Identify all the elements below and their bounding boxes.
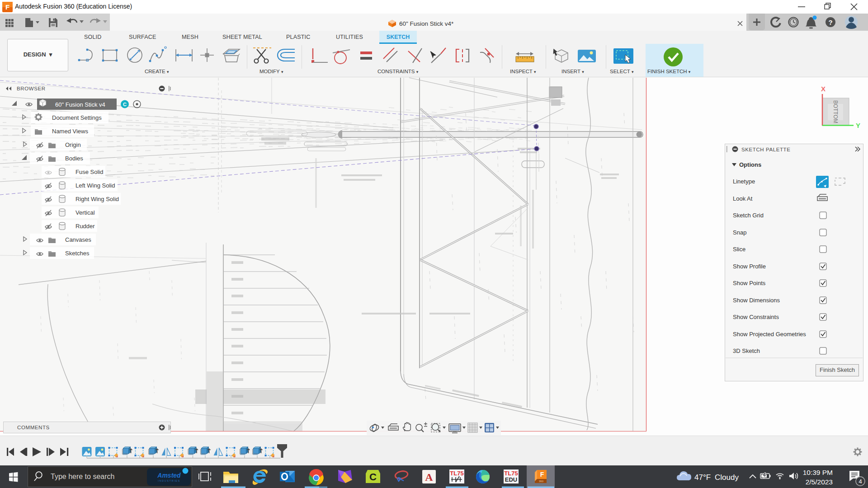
svg-text:?: ?	[828, 19, 832, 26]
svg-text:TL75: TL75	[450, 470, 463, 477]
svg-text:SKETCH PALETTE: SKETCH PALETTE	[741, 147, 791, 152]
svg-text:Sketches: Sketches	[65, 250, 90, 257]
svg-text:COMMENTS: COMMENTS	[17, 425, 50, 430]
svg-text:Options: Options	[739, 161, 761, 168]
svg-text:2/5/2023: 2/5/2023	[806, 478, 833, 486]
svg-text:Linetype: Linetype	[733, 178, 755, 185]
svg-text:3D Sketch: 3D Sketch	[733, 347, 760, 354]
svg-text:Sketch Grid: Sketch Grid	[733, 212, 764, 219]
svg-text:Show Projected Geometries: Show Projected Geometries	[733, 331, 806, 338]
svg-text:X: X	[821, 85, 826, 93]
svg-text:360: 360	[539, 480, 544, 483]
svg-text:10:39 PM: 10:39 PM	[803, 469, 833, 476]
svg-text:F: F	[540, 471, 544, 478]
svg-text:Left Wing Solid: Left Wing Solid	[75, 182, 115, 189]
svg-text:Cloudy: Cloudy	[715, 473, 739, 482]
svg-text:Canvases: Canvases	[65, 236, 91, 243]
svg-text:60" Fusion Stick v4: 60" Fusion Stick v4	[55, 101, 105, 108]
svg-text:F: F	[5, 3, 9, 11]
svg-text:Rudder: Rudder	[75, 223, 95, 230]
svg-text:Show Points: Show Points	[733, 280, 766, 286]
svg-text:Right Wing Solid: Right Wing Solid	[75, 196, 119, 202]
svg-text:4: 4	[859, 478, 862, 485]
svg-text:Show Profile: Show Profile	[733, 263, 766, 270]
svg-text:Snap: Snap	[733, 229, 746, 236]
svg-text:Vertical: Vertical	[75, 209, 95, 216]
svg-text:Fuse Solid: Fuse Solid	[75, 169, 103, 175]
svg-text:Slice: Slice	[733, 246, 745, 253]
svg-text:Named Views: Named Views	[52, 128, 88, 135]
svg-text:Amsted: Amsted	[157, 472, 181, 479]
svg-text:Look At: Look At	[733, 195, 753, 202]
svg-text:Show Constraints: Show Constraints	[733, 314, 779, 320]
svg-text:C: C	[123, 102, 127, 107]
svg-text:Document Settings: Document Settings	[52, 114, 102, 121]
svg-text:Y: Y	[856, 122, 860, 129]
svg-text:C: C	[369, 471, 377, 483]
svg-text:EDU: EDU	[505, 476, 517, 483]
svg-text:BOTTOM: BOTTOM	[832, 100, 839, 123]
svg-text:Show Dimensions: Show Dimensions	[733, 297, 780, 304]
svg-text:Origin: Origin	[65, 141, 81, 148]
svg-text:BROWSER: BROWSER	[17, 86, 46, 91]
svg-text:INDUSTRIES: INDUSTRIES	[158, 479, 180, 482]
svg-text:A: A	[425, 471, 433, 483]
svg-text:Bodies: Bodies	[65, 155, 83, 162]
svg-text:TL75: TL75	[504, 470, 518, 477]
svg-text:47°F: 47°F	[694, 473, 711, 482]
